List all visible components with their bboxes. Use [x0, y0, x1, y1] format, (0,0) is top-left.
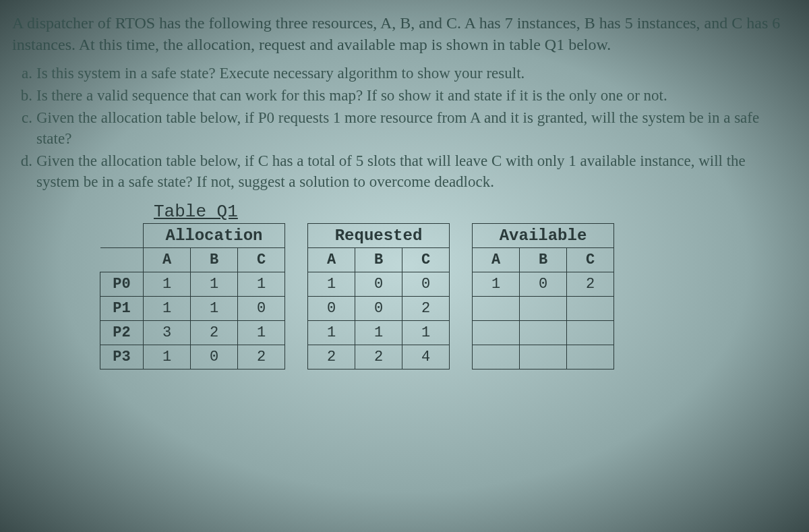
- gap: [285, 321, 308, 345]
- question-a: a. Is this system in a safe state? Execu…: [36, 63, 789, 84]
- gap: [285, 297, 308, 321]
- cell: 1: [238, 321, 285, 345]
- cell: 0: [402, 272, 450, 297]
- page: A dispatcher of RTOS has the following t…: [0, 0, 809, 370]
- question-b-text: Is there a valid sequence that can work …: [36, 87, 667, 104]
- allocation-header: Allocation: [144, 224, 285, 248]
- proc-label: P0: [100, 272, 144, 297]
- cell-empty: [520, 345, 567, 370]
- alloc-col-B: B: [191, 248, 238, 272]
- question-d-marker: d.: [12, 150, 32, 171]
- gap: [450, 345, 473, 370]
- proc-label: P2: [100, 321, 144, 345]
- cell: 0: [308, 297, 355, 321]
- cell: 1: [144, 297, 191, 321]
- cell-empty: [473, 321, 520, 345]
- proc-label: P1: [100, 297, 144, 321]
- cell: 1: [308, 321, 355, 345]
- cell: 1: [144, 345, 191, 370]
- cell-empty: [520, 297, 567, 321]
- avail-col-B: B: [520, 248, 567, 272]
- question-b: b. Is there a valid sequence that can wo…: [36, 85, 789, 106]
- cell: 1: [355, 321, 402, 345]
- gap: [285, 224, 308, 248]
- question-a-text: Is this system in a safe state? Execute …: [36, 65, 525, 82]
- gap: [450, 297, 473, 321]
- cell: 1: [144, 272, 191, 297]
- question-a-marker: a.: [12, 63, 32, 84]
- req-col-C: C: [402, 248, 450, 272]
- cell-empty: [567, 297, 614, 321]
- cell-empty: [520, 321, 567, 345]
- question-c: c. Given the allocation table below, if …: [36, 107, 789, 149]
- cell: 0: [191, 345, 238, 370]
- cell: 3: [144, 321, 191, 345]
- question-list: a. Is this system in a safe state? Execu…: [12, 63, 789, 192]
- question-d: d. Given the allocation table below, if …: [36, 150, 789, 192]
- gap: [450, 248, 473, 272]
- cell: 0: [355, 272, 402, 297]
- question-c-text: Given the allocation table below, if P0 …: [36, 109, 759, 147]
- question-c-marker: c.: [12, 107, 32, 128]
- proc-label: P3: [100, 345, 144, 370]
- table-row: P2 3 2 1 1 1 1: [100, 321, 614, 345]
- table-q1: Table Q1 Allocation Requested Available …: [100, 202, 789, 370]
- avail-col-A: A: [473, 248, 520, 272]
- gap: [285, 248, 308, 272]
- alloc-col-C: C: [238, 248, 285, 272]
- question-b-marker: b.: [12, 85, 32, 106]
- blank-proc-header: [100, 248, 144, 272]
- cell: 1: [402, 321, 450, 345]
- cell: 1: [191, 297, 238, 321]
- gap: [450, 224, 473, 248]
- cell: 1: [473, 272, 520, 297]
- cell: 1: [191, 272, 238, 297]
- cell: 2: [191, 321, 238, 345]
- cell: 1: [308, 272, 355, 297]
- allocation-table: Allocation Requested Available A B C A B…: [100, 223, 614, 370]
- table-row: P0 1 1 1 1 0 0 1 0 2: [100, 272, 614, 297]
- gap: [285, 272, 308, 297]
- cell: 0: [355, 297, 402, 321]
- cell: 2: [567, 272, 614, 297]
- cell-empty: [567, 345, 614, 370]
- requested-header: Requested: [308, 224, 450, 248]
- blank-corner: [100, 224, 144, 248]
- table-row: P3 1 0 2 2 2 4: [100, 345, 614, 370]
- cell-empty: [473, 345, 520, 370]
- avail-col-C: C: [567, 248, 614, 272]
- cell: 0: [238, 297, 285, 321]
- cell: 4: [402, 345, 450, 370]
- gap: [450, 272, 473, 297]
- alloc-col-A: A: [144, 248, 191, 272]
- cell: 2: [308, 345, 355, 370]
- table-row: P1 1 1 0 0 0 2: [100, 297, 614, 321]
- column-header-row: A B C A B C A B C: [100, 248, 614, 272]
- cell-empty: [473, 297, 520, 321]
- req-col-B: B: [355, 248, 402, 272]
- cell: 2: [402, 297, 450, 321]
- cell: 1: [238, 272, 285, 297]
- gap: [450, 321, 473, 345]
- gap: [285, 345, 308, 370]
- available-header: Available: [473, 224, 614, 248]
- cell-empty: [567, 321, 614, 345]
- cell: 2: [355, 345, 402, 370]
- intro-text: A dispatcher of RTOS has the following t…: [12, 12, 789, 56]
- cell: 0: [520, 272, 567, 297]
- cell: 2: [238, 345, 285, 370]
- req-col-A: A: [308, 248, 355, 272]
- table-title: Table Q1: [100, 202, 789, 222]
- group-header-row: Allocation Requested Available: [100, 224, 614, 248]
- question-d-text: Given the allocation table below, if C h…: [36, 152, 746, 190]
